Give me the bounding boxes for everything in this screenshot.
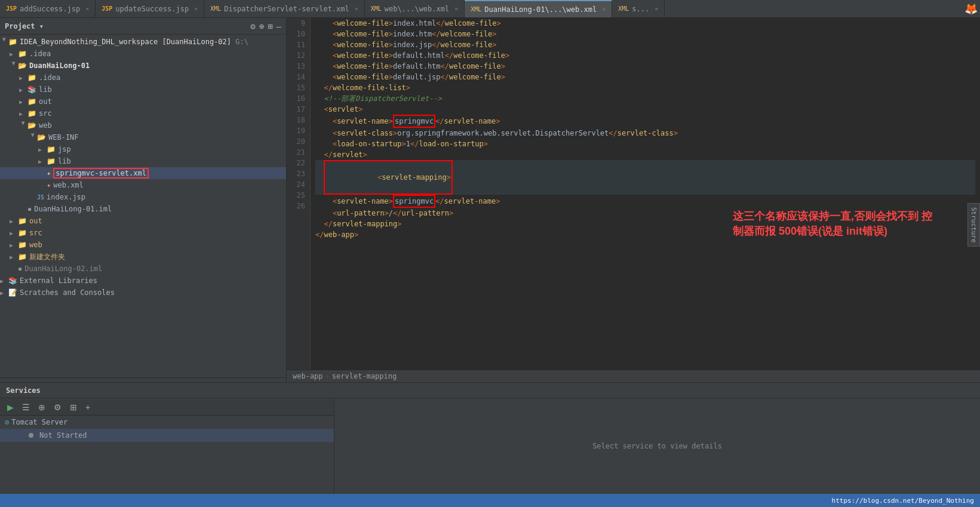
tree-item-iml02[interactable]: ▶ ▪ DuanHaiLong-02.iml bbox=[0, 263, 286, 275]
tree-item-out2[interactable]: ▶ 📁 out bbox=[0, 215, 286, 227]
sidebar-toolbar: ⚙ ⊕ ⊞ – bbox=[250, 21, 281, 31]
jsp-icon: JSP bbox=[6, 5, 17, 12]
item-label: out bbox=[29, 217, 42, 225]
folder-icon: 📂 bbox=[18, 62, 27, 70]
tree-item-external[interactable]: ▶ 📚 External Libraries bbox=[0, 275, 286, 287]
tab-label: addSuccess.jsp bbox=[20, 5, 80, 13]
services-item-tomcat-status[interactable]: Not Started bbox=[0, 429, 334, 442]
tree-root[interactable]: ▶ 📁 IDEA_BeyondNothing_DHL_workspace [Du… bbox=[0, 36, 286, 48]
tree-item-scratches[interactable]: ▶ 📝 Scratches and Consoles bbox=[0, 287, 286, 299]
tomcat-status-label: Not Started bbox=[39, 431, 87, 440]
expand-arrow: ▶ bbox=[0, 290, 8, 296]
tab-updateSuccess[interactable]: JSP updateSuccess.jsp ✕ bbox=[96, 0, 204, 17]
xml-icon: ✦ bbox=[47, 169, 51, 177]
tree-item-webinf[interactable]: ▶ 📂 WEB-INF bbox=[0, 131, 286, 143]
folder-icon: 📁 bbox=[47, 157, 56, 165]
tree-item-lib2[interactable]: ▶ 📁 lib bbox=[0, 155, 286, 167]
tree-item-src[interactable]: ▶ 📁 src bbox=[0, 107, 286, 119]
tree-item-idea[interactable]: ▶ 📁 .idea bbox=[0, 48, 286, 60]
servlet-mapping-box: <servlet-mapping> bbox=[324, 160, 453, 195]
tree-item-idea2[interactable]: ▶ 📁 .idea bbox=[0, 72, 286, 84]
firefox-icon[interactable]: 🦊 bbox=[962, 0, 980, 17]
tree-item-web2[interactable]: ▶ 📁 web bbox=[0, 239, 286, 251]
root-name: IDEA_BeyondNothing_DHL_workspace [DuanHa… bbox=[20, 38, 231, 46]
layout-icon[interactable]: ⊞ bbox=[268, 21, 272, 31]
tree-item-springmvc[interactable]: ▶ ✦ springmvc-servlet.xml bbox=[0, 167, 286, 179]
folder-icon: 📁 bbox=[27, 73, 36, 82]
code-line-10: <welcome-file> index.htm </welcome-file> bbox=[315, 29, 975, 39]
services-item-tomcat-parent[interactable]: ⚙ Tomcat Server bbox=[0, 416, 334, 429]
code-line-9: <welcome-file> index.html </welcome-file… bbox=[315, 18, 975, 29]
expand-arrow: ▶ bbox=[0, 278, 8, 284]
folder-icon: 📁 bbox=[27, 109, 36, 118]
expand-arrow: ▶ bbox=[19, 87, 27, 93]
tree-item-out[interactable]: ▶ 📁 out bbox=[0, 96, 286, 107]
tab-label: DispatcherServlet-servlet.xml bbox=[224, 5, 349, 13]
sidebar-header: Project ▾ ⚙ ⊕ ⊞ – bbox=[0, 18, 286, 35]
item-label: web bbox=[39, 121, 52, 130]
close-icon[interactable]: ✕ bbox=[194, 5, 198, 12]
code-line-12: <welcome-file> default.html </welcome-fi… bbox=[315, 50, 975, 61]
xml-icon: ✦ bbox=[47, 181, 51, 189]
structure-tab[interactable]: Structure bbox=[967, 203, 980, 247]
main-area: Project ▾ ⚙ ⊕ ⊞ – ▶ 📁 IDEA_BeyondNothing… bbox=[0, 18, 980, 382]
expand-arrow: ▶ bbox=[38, 146, 47, 153]
tree-item-webxml[interactable]: ▶ ✦ web.xml bbox=[0, 179, 286, 191]
springmvc-name-box1: springmvc bbox=[393, 115, 435, 128]
jsp-icon: JSP bbox=[102, 5, 112, 12]
item-label: DuanHaiLong-01 bbox=[29, 62, 90, 70]
tab-addSuccess[interactable]: JSP addSuccess.jsp ✕ bbox=[0, 0, 96, 17]
run-button[interactable]: ▶ bbox=[5, 401, 16, 413]
expand-arrow: ▶ bbox=[10, 242, 18, 248]
tree-item-web[interactable]: ▶ 📂 web bbox=[0, 119, 286, 131]
align-button[interactable]: ☰ bbox=[20, 401, 32, 413]
settings-icon[interactable]: ⊕ bbox=[259, 21, 264, 31]
services-header: Services bbox=[0, 383, 980, 398]
minimize-icon[interactable]: – bbox=[277, 21, 281, 31]
close-icon[interactable]: ✕ bbox=[602, 6, 606, 13]
breadcrumb-servletmapping: servlet-mapping bbox=[332, 372, 397, 380]
settings2-button[interactable]: ⊕ bbox=[36, 401, 48, 413]
tree-item-lib[interactable]: ▶ 📚 lib bbox=[0, 84, 286, 96]
code-content[interactable]: <welcome-file> index.html </welcome-file… bbox=[311, 18, 980, 370]
folder-icon: 📚 bbox=[27, 85, 36, 94]
xml-icon: XML bbox=[471, 6, 481, 13]
folder-icon: 📁 bbox=[18, 50, 27, 58]
item-label: web.xml bbox=[53, 181, 84, 189]
tab-webxml1[interactable]: XML web\...\web.xml ✕ bbox=[365, 0, 465, 17]
iml-icon: ▪ bbox=[18, 265, 22, 273]
tree-item-src2[interactable]: ▶ 📁 src bbox=[0, 227, 286, 239]
item-label: External Libraries bbox=[20, 276, 97, 285]
tree-item-dhl01[interactable]: ▶ 📂 DuanHaiLong-01 bbox=[0, 60, 286, 72]
gear-icon[interactable]: ⚙ bbox=[250, 21, 255, 31]
project-tree: ▶ 📁 IDEA_BeyondNothing_DHL_workspace [Du… bbox=[0, 35, 286, 377]
sidebar-scrollbar[interactable] bbox=[0, 377, 286, 382]
item-label: DuanHaiLong-01.iml bbox=[34, 205, 112, 213]
close-icon[interactable]: ✕ bbox=[85, 5, 89, 12]
folder-icon: 📁 bbox=[18, 253, 27, 261]
layout2-button[interactable]: ⊞ bbox=[67, 401, 79, 413]
tree-item-iml01[interactable]: ▶ ▪ DuanHaiLong-01.iml bbox=[0, 203, 286, 215]
tree-item-indexjsp[interactable]: ▶ JS index.jsp bbox=[0, 191, 286, 203]
tab-dispatcher[interactable]: XML DispatcherServlet-servlet.xml ✕ bbox=[204, 0, 365, 17]
expand-arrow: ▶ bbox=[10, 254, 18, 260]
tab-webxml2[interactable]: XML DuanHaiLong-01\...\web.xml ✕ bbox=[465, 0, 612, 17]
jsp-icon: JS bbox=[37, 194, 44, 201]
close-icon[interactable]: ✕ bbox=[454, 5, 458, 12]
breadcrumb-sep1: › bbox=[325, 372, 330, 380]
tree-item-newfolder[interactable]: ▶ 📁 新建文件夹 bbox=[0, 251, 286, 263]
tree-item-jsp[interactable]: ▶ 📁 jsp bbox=[0, 143, 286, 155]
folder-icon: 📂 bbox=[37, 133, 46, 142]
item-label: lib bbox=[39, 85, 52, 94]
item-label: .idea bbox=[29, 50, 51, 58]
tomcat-server-label: Tomcat Server bbox=[11, 418, 67, 426]
filter-button[interactable]: ⚙ bbox=[51, 401, 64, 413]
root-path: G:\ bbox=[235, 38, 248, 46]
close-icon[interactable]: ✕ bbox=[655, 5, 658, 12]
code-line-26: </web-app> bbox=[315, 229, 975, 240]
tab-webxml3[interactable]: XML s... ✕ bbox=[612, 0, 665, 17]
code-line-13: <welcome-file> default.htm </welcome-fil… bbox=[315, 61, 975, 72]
add-button[interactable]: + bbox=[83, 401, 93, 413]
services-detail: Select service to view details bbox=[334, 398, 980, 494]
close-icon[interactable]: ✕ bbox=[355, 5, 358, 12]
